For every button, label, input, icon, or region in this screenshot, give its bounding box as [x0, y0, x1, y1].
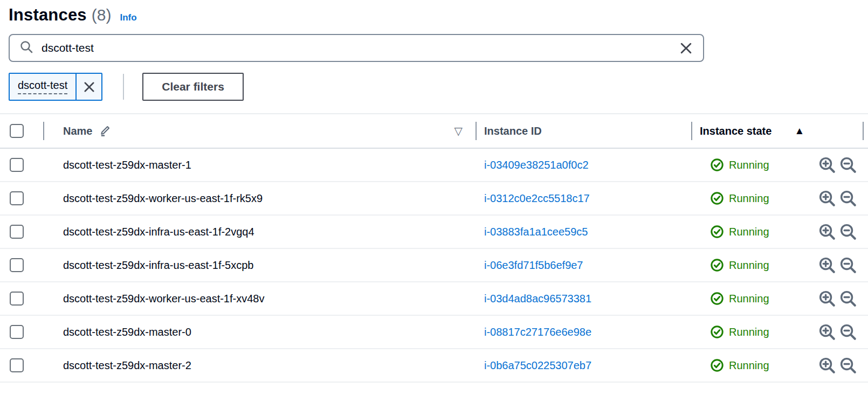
row-checkbox[interactable]: [10, 258, 24, 272]
row-select-cell: [0, 316, 43, 348]
filter-include-icon[interactable]: [818, 189, 836, 207]
clear-filters-button[interactable]: Clear filters: [142, 73, 244, 101]
row-instance-id-cell: i-03d4ad8ac96573381: [476, 282, 691, 315]
search-input[interactable]: [42, 41, 679, 54]
header-select-cell: [0, 114, 43, 148]
row-instance-id-cell: i-0312c0e2cc5518c17: [476, 182, 691, 214]
table-row: dscott-test-z59dx-master-1 i-03409e38251…: [0, 149, 868, 182]
state-filter-actions: [818, 356, 857, 375]
page-header: Instances (8) Info dscott-test Clear fil…: [0, 0, 868, 101]
row-instance-state-cell: Running: [691, 249, 864, 281]
row-checkbox[interactable]: [10, 292, 24, 306]
filter-include-icon[interactable]: [818, 323, 836, 341]
filter-row: dscott-test Clear filters: [9, 73, 859, 101]
remove-filter-icon[interactable]: [77, 74, 101, 100]
column-name-label: Name: [63, 125, 92, 137]
state-filter-actions: [818, 189, 857, 207]
row-checkbox[interactable]: [10, 225, 24, 239]
filter-chip: dscott-test: [9, 73, 102, 101]
header-instance-id-cell[interactable]: Instance ID: [476, 114, 691, 148]
header-overflow-cell: [864, 114, 868, 148]
column-instance-id-label: Instance ID: [484, 125, 542, 137]
instance-id-link[interactable]: i-06e3fd71f5b6ef9e7: [484, 259, 583, 272]
search-icon: [19, 40, 33, 56]
instance-id-link[interactable]: i-0b6a75c0225307eb7: [484, 359, 591, 372]
info-link[interactable]: Info: [120, 12, 136, 23]
status-running-icon: [710, 325, 724, 339]
row-select-cell: [0, 216, 43, 248]
row-select-cell: [0, 249, 43, 281]
status-running-icon: [710, 258, 724, 272]
row-select-cell: [0, 349, 43, 382]
sort-ascending-icon[interactable]: ▲: [794, 125, 804, 137]
filter-exclude-icon[interactable]: [839, 356, 857, 375]
filter-exclude-icon[interactable]: [839, 156, 857, 174]
state-filter-actions: [818, 323, 857, 341]
row-instance-state-cell: Running: [691, 149, 864, 181]
edit-name-icon[interactable]: [99, 124, 112, 138]
filter-include-icon[interactable]: [818, 256, 836, 274]
instance-id-link[interactable]: i-03883fa1a1cee59c5: [484, 226, 588, 238]
row-name-cell: dscott-test-z59dx-master-2: [43, 349, 476, 382]
header-name-cell[interactable]: Name ▽: [43, 114, 476, 148]
search-bar[interactable]: [9, 34, 704, 62]
row-instance-state-cell: Running: [691, 316, 864, 348]
header-instance-state-cell[interactable]: Instance state ▲: [691, 114, 864, 148]
row-checkbox[interactable]: [10, 191, 24, 205]
instance-name: dscott-test-z59dx-infra-us-east-1f-5xcpb: [63, 259, 253, 272]
row-name-cell: dscott-test-z59dx-worker-us-east-1f-rk5x…: [43, 182, 476, 214]
status-running-icon: [710, 225, 724, 239]
filter-include-icon[interactable]: [818, 289, 836, 308]
state-filter-actions: [818, 223, 857, 241]
sort-inactive-icon[interactable]: ▽: [454, 124, 463, 137]
instance-id-link[interactable]: i-08817c27176e6e98e: [484, 326, 591, 338]
instance-id-link[interactable]: i-03d4ad8ac96573381: [484, 293, 591, 305]
filter-chip-label: dscott-test: [18, 79, 67, 94]
table-row: dscott-test-z59dx-master-2 i-0b6a75c0225…: [0, 349, 868, 383]
filter-group-divider: [123, 74, 124, 100]
instance-state-text: Running: [729, 326, 769, 338]
row-checkbox[interactable]: [10, 325, 24, 339]
filter-exclude-icon[interactable]: [839, 223, 857, 241]
filter-exclude-icon[interactable]: [839, 323, 857, 341]
table-body: dscott-test-z59dx-master-1 i-03409e38251…: [0, 149, 868, 383]
page-title: Instances: [9, 5, 87, 25]
row-name-cell: dscott-test-z59dx-master-1: [43, 149, 476, 181]
instance-state-text: Running: [729, 359, 769, 372]
filter-exclude-icon[interactable]: [839, 189, 857, 207]
status-running-icon: [710, 358, 724, 372]
filter-include-icon[interactable]: [818, 223, 836, 241]
row-overflow-cell: [864, 216, 868, 248]
status-running-icon: [710, 292, 724, 306]
row-name-cell: dscott-test-z59dx-infra-us-east-1f-2vgq4: [43, 216, 476, 248]
row-overflow-cell: [864, 149, 868, 181]
row-overflow-cell: [864, 249, 868, 281]
row-instance-id-cell: i-08817c27176e6e98e: [476, 316, 691, 348]
instance-state-text: Running: [729, 192, 769, 205]
instance-name: dscott-test-z59dx-worker-us-east-1f-rk5x…: [63, 192, 263, 205]
instance-name: dscott-test-z59dx-master-1: [63, 159, 191, 171]
instance-state-text: Running: [729, 293, 769, 305]
filter-include-icon[interactable]: [818, 356, 836, 375]
row-select-cell: [0, 182, 43, 214]
clear-search-icon[interactable]: [679, 41, 693, 56]
instance-id-link[interactable]: i-0312c0e2cc5518c17: [484, 192, 590, 205]
row-instance-id-cell: i-0b6a75c0225307eb7: [476, 349, 691, 382]
row-instance-state-cell: Running: [691, 182, 864, 214]
status-running-icon: [710, 158, 724, 172]
title-row: Instances (8) Info: [9, 5, 859, 25]
instance-id-link[interactable]: i-03409e38251a0f0c2: [484, 159, 589, 171]
row-name-cell: dscott-test-z59dx-master-0: [43, 316, 476, 348]
row-checkbox[interactable]: [10, 358, 24, 372]
filter-exclude-icon[interactable]: [839, 289, 857, 308]
table-row: dscott-test-z59dx-infra-us-east-1f-2vgq4…: [0, 216, 868, 249]
filter-include-icon[interactable]: [818, 156, 836, 174]
row-name-cell: dscott-test-z59dx-worker-us-east-1f-xv48…: [43, 282, 476, 315]
table-row: dscott-test-z59dx-infra-us-east-1f-5xcpb…: [0, 249, 868, 282]
filter-chip-label-wrap[interactable]: dscott-test: [10, 74, 75, 100]
filter-exclude-icon[interactable]: [839, 256, 857, 274]
select-all-checkbox[interactable]: [10, 124, 24, 138]
row-checkbox[interactable]: [10, 158, 24, 172]
instance-state-text: Running: [729, 259, 769, 272]
row-overflow-cell: [864, 182, 868, 214]
